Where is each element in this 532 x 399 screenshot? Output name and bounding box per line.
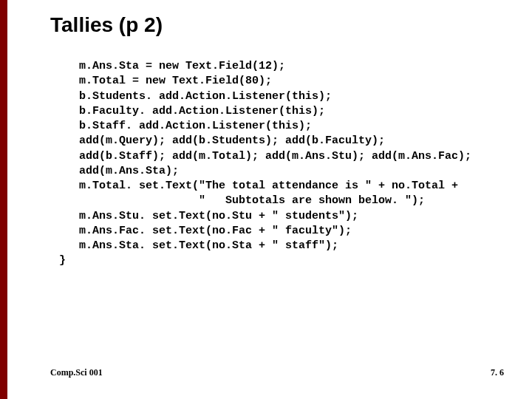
slide: Tallies (p 2) m.Ans.Sta = new Text.Field… bbox=[0, 0, 532, 399]
footer-course: Comp.Sci 001 bbox=[50, 367, 103, 378]
slide-title: Tallies (p 2) bbox=[50, 13, 163, 37]
footer-page-number: 7. 6 bbox=[491, 367, 504, 378]
left-accent-stripe bbox=[0, 0, 7, 399]
code-block: m.Ans.Sta = new Text.Field(12); m.Total … bbox=[59, 59, 471, 269]
